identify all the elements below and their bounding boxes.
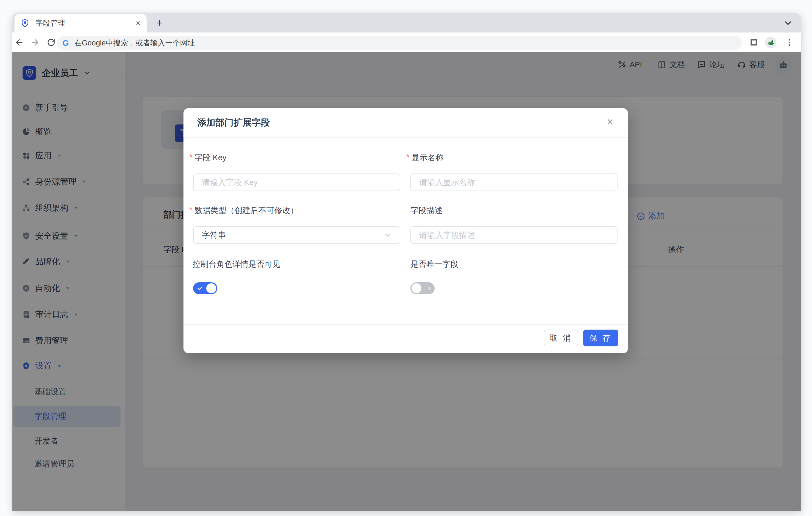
description-input[interactable] (410, 226, 617, 244)
toggle-knob (411, 283, 422, 293)
tab-strip-chevron-down-icon[interactable] (783, 18, 793, 28)
tab-close-icon[interactable]: × (136, 19, 141, 27)
url-bar[interactable]: G 在Google中搜索，或者输入一个网址 (57, 36, 742, 50)
back-button[interactable] (13, 36, 26, 49)
display-name-input[interactable] (410, 173, 617, 191)
unique-field-toggle[interactable]: × (410, 282, 435, 294)
unique-field-label: 是否唯一字段 (410, 259, 458, 270)
app-viewport: API 文档 论坛 客服 (12, 52, 801, 511)
field-key-input[interactable] (193, 173, 400, 191)
cancel-button[interactable]: 取 消 (544, 330, 578, 346)
browser-tab-strip: 字段管理 × + (12, 13, 801, 32)
dragon-avatar-icon (765, 37, 776, 48)
tab-title: 字段管理 (35, 18, 136, 28)
description-label: 字段描述 (410, 205, 442, 216)
toggle-x-icon: × (428, 282, 431, 294)
select-chevron-down-icon (384, 231, 392, 239)
toggle-check-icon (197, 282, 203, 294)
browser-tab[interactable]: 字段管理 × (14, 14, 147, 32)
google-icon: G (62, 38, 69, 48)
modal-close-icon[interactable]: × (603, 115, 617, 129)
browser-window: 字段管理 × + G 在Google中搜索，或者输入一个网址 (12, 13, 801, 511)
add-field-modal: 添加部门扩展字段 × *字段 Key *显示名称 *数据类型（创建后不可修改） … (183, 108, 628, 353)
url-text: 在Google中搜索，或者输入一个网址 (74, 38, 195, 48)
console-visible-label: 控制台角色详情是否可见 (193, 259, 280, 270)
data-type-label: *数据类型（创建后不可修改） (189, 205, 298, 216)
console-visible-toggle[interactable] (193, 282, 217, 294)
toggle-knob (206, 283, 216, 293)
reload-button[interactable] (45, 36, 57, 49)
browser-navbar: G 在Google中搜索，或者输入一个网址 (12, 32, 801, 52)
new-tab-button[interactable]: + (153, 17, 166, 29)
field-key-label: *字段 Key (189, 152, 226, 163)
data-type-select[interactable]: 字符串 (193, 226, 400, 244)
data-type-value: 字符串 (202, 229, 226, 241)
tab-favicon-shield-icon (21, 19, 29, 28)
browser-menu-icon[interactable] (783, 36, 796, 49)
modal-title: 添加部门扩展字段 (197, 116, 270, 129)
forward-button[interactable] (29, 36, 41, 49)
display-name-label: *显示名称 (406, 152, 443, 163)
split-view-button[interactable] (747, 36, 760, 49)
save-button[interactable]: 保 存 (583, 330, 618, 346)
browser-profile-avatar[interactable] (765, 37, 777, 48)
